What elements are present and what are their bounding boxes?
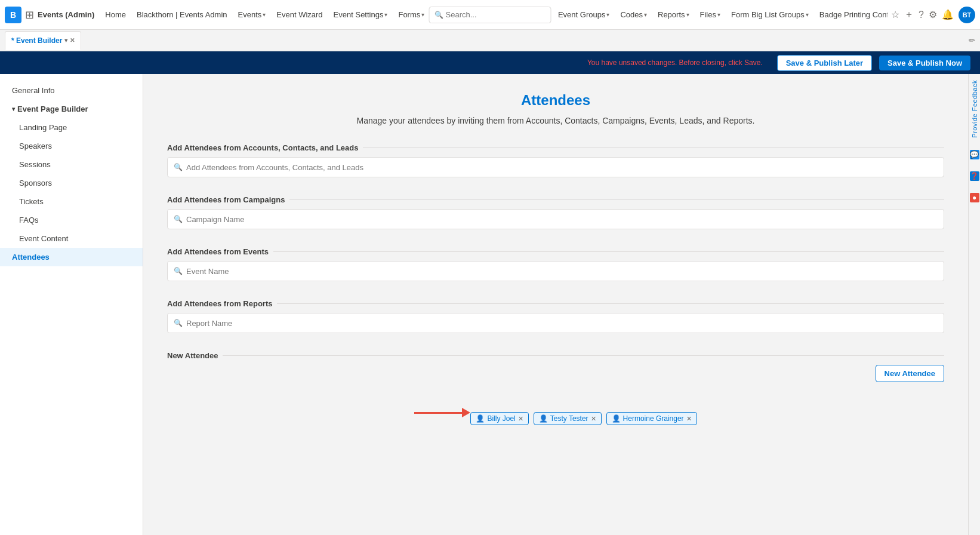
notif-text: You have unsaved changes. Before closing… bbox=[10, 59, 763, 67]
red-arrow bbox=[414, 408, 470, 417]
attendee-tag: 👤Testy Tester✕ bbox=[534, 412, 602, 425]
section-search-field[interactable]: 🔍 bbox=[167, 209, 944, 229]
sidebar-item-tickets[interactable]: Tickets bbox=[0, 192, 143, 211]
add-icon[interactable]: ＋ bbox=[904, 8, 914, 21]
sidebar-item-sessions[interactable]: Sessions bbox=[0, 155, 143, 174]
page-subtitle: Manage your attendees by inviting them f… bbox=[167, 116, 944, 125]
star-icon[interactable]: ☆ bbox=[891, 9, 899, 20]
nav-link-event-settings[interactable]: Event Settings▾ bbox=[329, 8, 393, 21]
section-block: Add Attendees from Campaigns🔍 bbox=[167, 195, 944, 229]
nav-link-home[interactable]: Home bbox=[100, 8, 131, 21]
edit-icon[interactable]: ✏ bbox=[969, 36, 975, 45]
section-search-field[interactable]: 🔍 bbox=[167, 313, 944, 333]
nav-chevron-icon: ▾ bbox=[421, 11, 424, 18]
nav-link-badge-printing-configurations[interactable]: Badge Printing Configurations bbox=[815, 8, 887, 21]
top-bar-right: ☆ ＋ ? ⚙ 🔔 BT bbox=[891, 7, 975, 23]
attendee-tag: 👤Billy Joel✕ bbox=[470, 412, 528, 425]
attendee-tag-icon: 👤 bbox=[476, 414, 485, 423]
main-content: Attendees Manage your attendees by invit… bbox=[143, 74, 968, 535]
field-search-icon: 🔍 bbox=[174, 215, 183, 223]
attendee-name: Billy Joel bbox=[487, 414, 515, 423]
nav-link-forms[interactable]: Forms▾ bbox=[393, 8, 429, 21]
section-search-input[interactable] bbox=[186, 215, 938, 224]
setup-icon[interactable]: ⚙ bbox=[929, 9, 937, 20]
sidebar-item-event-content[interactable]: Event Content bbox=[0, 229, 143, 248]
app-logo[interactable]: B bbox=[5, 7, 21, 23]
nav-link-reports[interactable]: Reports▾ bbox=[653, 8, 694, 21]
sidebar-item-sponsors[interactable]: Sponsors bbox=[0, 174, 143, 192]
nav-chevron-icon: ▾ bbox=[263, 11, 266, 18]
nav-chevron-icon: ▾ bbox=[384, 11, 387, 18]
nav-chevron-icon: ▾ bbox=[686, 11, 689, 18]
attendee-tag-icon: 👤 bbox=[612, 414, 621, 423]
arrow-line bbox=[414, 412, 462, 414]
page-title: Attendees bbox=[167, 92, 944, 109]
avatar[interactable]: BT bbox=[959, 7, 975, 23]
sidebar-item-faqs[interactable]: FAQs bbox=[0, 211, 143, 229]
section-search-field[interactable]: 🔍 bbox=[167, 157, 944, 177]
sidebar-item-landing-page[interactable]: Landing Page bbox=[0, 118, 143, 137]
new-attendee-button[interactable]: New Attendee bbox=[876, 365, 944, 382]
save-publish-now-button[interactable]: Save & Publish Now bbox=[879, 56, 970, 70]
feedback-chat-icon[interactable]: 💬 bbox=[970, 150, 979, 159]
attendees-row: 👤Billy Joel✕👤Testy Tester✕👤Hermoine Grai… bbox=[167, 400, 944, 425]
sidebar-item-general-info[interactable]: General Info bbox=[0, 81, 143, 100]
nav-chevron-icon: ▾ bbox=[606, 11, 609, 18]
section-block: Add Attendees from Reports🔍 bbox=[167, 299, 944, 333]
nav-link-form-big-list-groups[interactable]: Form Big List Groups▾ bbox=[726, 8, 813, 21]
field-search-icon: 🔍 bbox=[174, 319, 183, 327]
notification-icon[interactable]: 🔔 bbox=[942, 9, 954, 20]
section-search-input[interactable] bbox=[186, 163, 938, 172]
section-label: Add Attendees from Reports bbox=[167, 299, 944, 308]
section-chevron-icon: ▾ bbox=[12, 106, 15, 112]
nav-chevron-icon: ▾ bbox=[644, 11, 647, 18]
global-search[interactable]: 🔍 bbox=[429, 7, 551, 23]
feedback-help-icon[interactable]: ❓ bbox=[970, 171, 979, 181]
nav-link-files[interactable]: Files▾ bbox=[695, 8, 725, 21]
feedback-label[interactable]: Provide Feedback bbox=[971, 80, 978, 138]
sidebar-item-attendees[interactable]: Attendees bbox=[0, 248, 143, 266]
save-publish-later-button[interactable]: Save & Publish Later bbox=[777, 55, 872, 71]
sidebar: General Info▾Event Page BuilderLanding P… bbox=[0, 74, 143, 535]
tab-event-builder[interactable]: * Event Builder ▾ ✕ bbox=[5, 31, 81, 50]
arrow-head bbox=[462, 408, 470, 417]
sidebar-section-event-page-builder[interactable]: ▾Event Page Builder bbox=[0, 100, 143, 118]
section-block: Add Attendees from Events🔍 bbox=[167, 247, 944, 281]
tab-close-icon[interactable]: ✕ bbox=[70, 37, 75, 44]
section-block: Add Attendees from Accounts, Contacts, a… bbox=[167, 143, 944, 177]
tab-bar: * Event Builder ▾ ✕ ✏ bbox=[0, 30, 980, 51]
feedback-panel: Provide Feedback 💬 ❓ ● bbox=[968, 74, 980, 535]
attendee-tags: 👤Billy Joel✕👤Testy Tester✕👤Hermoine Grai… bbox=[470, 412, 697, 425]
field-search-icon: 🔍 bbox=[174, 267, 183, 275]
nav-link-blackthorn---events-admin[interactable]: Blackthorn | Events Admin bbox=[132, 8, 232, 21]
feedback-status-icon[interactable]: ● bbox=[970, 193, 979, 202]
body-layout: General Info▾Event Page BuilderLanding P… bbox=[0, 74, 980, 535]
section-label: Add Attendees from Campaigns bbox=[167, 195, 944, 204]
tab-chevron-icon[interactable]: ▾ bbox=[64, 37, 67, 44]
attendee-name: Testy Tester bbox=[550, 414, 588, 423]
attendee-remove-icon[interactable]: ✕ bbox=[591, 415, 596, 423]
section-search-input[interactable] bbox=[186, 267, 938, 276]
section-search-field[interactable]: 🔍 bbox=[167, 261, 944, 281]
attendee-remove-icon[interactable]: ✕ bbox=[686, 415, 692, 423]
grid-icon[interactable]: ⊞ bbox=[25, 8, 34, 21]
top-nav-bar: B ⊞ Events (Admin) HomeBlackthorn | Even… bbox=[0, 0, 980, 30]
section-label: Add Attendees from Accounts, Contacts, a… bbox=[167, 143, 944, 152]
nav-chevron-icon: ▾ bbox=[717, 11, 720, 18]
new-attendee-button-area: New Attendee bbox=[167, 365, 944, 382]
sidebar-item-speakers[interactable]: Speakers bbox=[0, 137, 143, 155]
nav-link-events[interactable]: Events▾ bbox=[233, 8, 271, 21]
nav-link-codes[interactable]: Codes▾ bbox=[615, 8, 652, 21]
field-search-icon: 🔍 bbox=[174, 163, 183, 171]
attendee-remove-icon[interactable]: ✕ bbox=[518, 415, 523, 423]
nav-chevron-icon: ▾ bbox=[806, 11, 809, 18]
attendee-tag: 👤Hermoine Grainger✕ bbox=[606, 412, 697, 425]
search-input[interactable] bbox=[446, 10, 546, 19]
attendee-tag-icon: 👤 bbox=[539, 414, 548, 423]
nav-link-event-wizard[interactable]: Event Wizard bbox=[272, 8, 327, 21]
section-search-input[interactable] bbox=[186, 319, 938, 328]
app-name: Events (Admin) bbox=[38, 10, 94, 19]
nav-link-event-groups[interactable]: Event Groups▾ bbox=[553, 8, 615, 21]
help-icon[interactable]: ? bbox=[919, 10, 924, 20]
section-label: Add Attendees from Events bbox=[167, 247, 944, 256]
